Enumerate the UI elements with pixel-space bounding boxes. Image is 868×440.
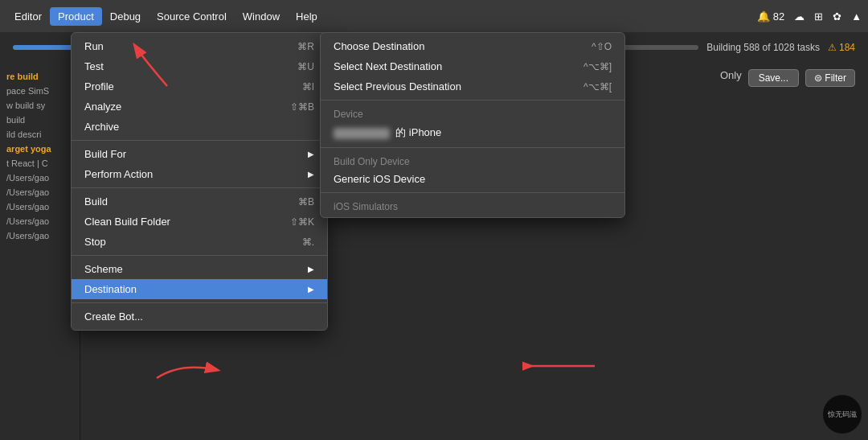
sidebar-row: /Users/gao bbox=[0, 171, 80, 185]
prev-destination-shortcut: ^⌥⌘[ bbox=[583, 81, 612, 93]
menu-item-archive[interactable]: Archive bbox=[72, 117, 327, 137]
menu-item-build[interactable]: Build ⌘B bbox=[72, 191, 327, 212]
menu-help[interactable]: Help bbox=[288, 7, 326, 26]
menu-item-build-for-label: Build For bbox=[84, 148, 301, 160]
sidebar-row: /Users/gao bbox=[0, 185, 80, 199]
airplay-icon: ▲ bbox=[851, 10, 862, 23]
next-destination-shortcut: ^⌥⌘] bbox=[583, 61, 612, 72]
sidebar-row: /Users/gao bbox=[0, 214, 80, 228]
separator bbox=[321, 100, 624, 101]
menu-item-next-destination[interactable]: Select Next Destination ^⌥⌘] bbox=[321, 56, 624, 76]
sidebar-row: w build sy bbox=[0, 98, 80, 113]
notification-area: 🔔 82 bbox=[757, 10, 784, 23]
grid-icon: ⊞ bbox=[814, 10, 823, 23]
sidebar-row: ild descri bbox=[0, 127, 80, 142]
separator bbox=[72, 255, 327, 256]
warning-badge: ⚠ 184 bbox=[828, 42, 855, 53]
menu-product[interactable]: Product bbox=[50, 7, 102, 26]
menu-item-destination-label: Destination bbox=[84, 283, 301, 295]
prev-destination-label: Select Previous Destination bbox=[334, 80, 571, 93]
menu-item-clean-build-label: Clean Build Folder bbox=[84, 216, 277, 228]
menu-item-generic-ios[interactable]: Generic iOS Device bbox=[321, 169, 624, 189]
menu-item-scheme-label: Scheme bbox=[84, 263, 301, 275]
sidebar-row: arget yoga bbox=[0, 142, 80, 156]
submenu-arrow-icon: ▶ bbox=[308, 170, 314, 179]
device-iphone-label: 的 iPhone bbox=[334, 125, 612, 140]
menu-item-run-shortcut: ⌘R bbox=[297, 41, 314, 52]
sidebar-row: pace SimS bbox=[0, 84, 80, 98]
menu-item-choose-destination[interactable]: Choose Destination ^⇧O bbox=[321, 36, 624, 56]
menu-item-profile-shortcut: ⌘I bbox=[302, 81, 314, 93]
separator bbox=[72, 140, 327, 141]
menubar-right: 🔔 82 ☁ ⊞ ✿ ▲ bbox=[757, 10, 862, 23]
submenu-arrow-icon: ▶ bbox=[308, 150, 314, 158]
watermark-text: 惊无码滋 bbox=[828, 409, 857, 420]
menu-item-build-label: Build bbox=[84, 195, 285, 208]
menu-item-analyze-label: Analyze bbox=[84, 101, 277, 113]
separator bbox=[72, 187, 327, 188]
menu-window[interactable]: Window bbox=[235, 7, 288, 26]
menu-item-scheme[interactable]: Scheme ▶ bbox=[72, 259, 327, 279]
menu-item-create-bot[interactable]: Create Bot... bbox=[72, 306, 327, 327]
menu-item-prev-destination[interactable]: Select Previous Destination ^⌥⌘[ bbox=[321, 76, 624, 97]
menu-item-perform-action[interactable]: Perform Action ▶ bbox=[72, 164, 327, 184]
product-dropdown: Run ⌘R Test ⌘U Profile ⌘I Analyze ⇧⌘B Ar… bbox=[71, 32, 328, 331]
separator bbox=[72, 302, 327, 303]
menu-item-device-iphone[interactable]: 的 iPhone bbox=[321, 121, 624, 144]
separator bbox=[321, 147, 624, 148]
submenu-arrow-icon: ▶ bbox=[308, 265, 314, 273]
sidebar-row: t React | C bbox=[0, 156, 80, 171]
menu-item-stop-shortcut: ⌘. bbox=[302, 236, 314, 248]
menu-debug[interactable]: Debug bbox=[102, 7, 149, 26]
sidebar-row: /Users/gao bbox=[0, 199, 80, 214]
separator bbox=[321, 192, 624, 193]
destination-submenu: Choose Destination ^⇧O Select Next Desti… bbox=[320, 32, 625, 218]
menu-item-clean-build[interactable]: Clean Build Folder ⇧⌘K bbox=[72, 212, 327, 232]
weixin-icon: ✿ bbox=[833, 10, 841, 23]
menu-item-build-shortcut: ⌘B bbox=[298, 196, 314, 208]
warning-icon: ⚠ bbox=[828, 42, 837, 53]
menu-item-analyze[interactable]: Analyze ⇧⌘B bbox=[72, 97, 327, 117]
menu-item-test[interactable]: Test ⌘U bbox=[72, 56, 327, 76]
menu-item-build-for[interactable]: Build For ▶ bbox=[72, 144, 327, 164]
menu-item-create-bot-label: Create Bot... bbox=[84, 310, 314, 323]
generic-ios-label: Generic iOS Device bbox=[334, 173, 612, 185]
progress-text: Building 588 of 1028 tasks bbox=[706, 42, 820, 53]
sidebar: re build pace SimS w build sy build ild … bbox=[0, 63, 80, 440]
adobe-icon: ☁ bbox=[794, 10, 805, 23]
menu-item-perform-action-label: Perform Action bbox=[84, 168, 301, 180]
build-only-device-section-label: Build Only Device bbox=[321, 151, 624, 169]
choose-destination-label: Choose Destination bbox=[334, 40, 579, 52]
menu-item-test-label: Test bbox=[84, 60, 285, 72]
menu-item-profile-label: Profile bbox=[84, 80, 289, 93]
sidebar-row: build bbox=[0, 113, 80, 127]
blurred-device-name bbox=[334, 128, 390, 139]
menu-item-destination[interactable]: Destination ▶ bbox=[72, 279, 327, 299]
watermark: 惊无码滋 bbox=[823, 395, 862, 434]
notification-count: 82 bbox=[773, 10, 784, 23]
bell-icon: 🔔 bbox=[757, 10, 770, 23]
menu-item-run-label: Run bbox=[84, 40, 285, 52]
menu-item-archive-label: Archive bbox=[84, 121, 314, 133]
sidebar-row: /Users/gao bbox=[0, 228, 80, 243]
menu-item-profile[interactable]: Profile ⌘I bbox=[72, 76, 327, 97]
warning-count: 184 bbox=[839, 42, 855, 53]
menu-item-analyze-shortcut: ⇧⌘B bbox=[290, 101, 314, 113]
menu-item-test-shortcut: ⌘U bbox=[297, 61, 314, 72]
device-section-label: Device bbox=[321, 104, 624, 121]
menu-item-stop-label: Stop bbox=[84, 236, 289, 248]
menu-item-clean-build-shortcut: ⇧⌘K bbox=[290, 216, 314, 228]
next-destination-label: Select Next Destination bbox=[334, 60, 571, 72]
sidebar-row: re build bbox=[0, 69, 80, 84]
menu-item-run[interactable]: Run ⌘R bbox=[72, 36, 327, 56]
menubar: Editor Product Debug Source Control Wind… bbox=[0, 0, 868, 32]
filter-button[interactable]: ⊜ Filter bbox=[805, 69, 855, 87]
menu-source-control[interactable]: Source Control bbox=[149, 7, 235, 26]
menu-editor[interactable]: Editor bbox=[6, 7, 50, 26]
only-label: Only bbox=[720, 69, 742, 87]
save-button[interactable]: Save... bbox=[748, 69, 799, 87]
ios-simulators-section-label: iOS Simulators bbox=[321, 196, 624, 214]
submenu-arrow-icon: ▶ bbox=[308, 285, 314, 294]
menu-item-stop[interactable]: Stop ⌘. bbox=[72, 232, 327, 252]
choose-destination-shortcut: ^⇧O bbox=[592, 41, 612, 52]
